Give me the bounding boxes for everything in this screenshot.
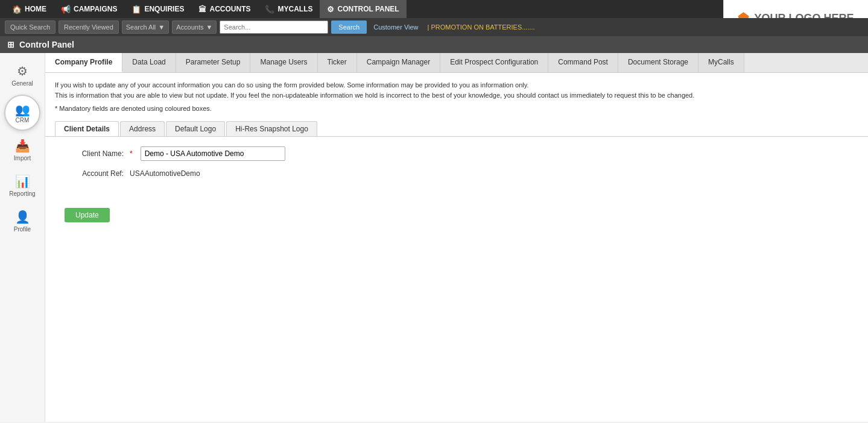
tab-campaign-manager[interactable]: Campaign Manager bbox=[357, 53, 440, 72]
campaigns-icon: 📢 bbox=[61, 5, 71, 14]
control-panel-icon: ⚙ bbox=[327, 5, 334, 14]
client-name-input[interactable] bbox=[141, 146, 285, 161]
update-button[interactable]: Update bbox=[65, 208, 110, 222]
nav-home[interactable]: 🏠 HOME bbox=[5, 0, 54, 18]
sub-tab-address[interactable]: Address bbox=[120, 121, 165, 136]
general-icon: ⚙ bbox=[17, 64, 28, 78]
tabs-bar: Company Profile Data Load Parameter Setu… bbox=[45, 53, 868, 73]
tab-company-profile[interactable]: Company Profile bbox=[45, 53, 122, 72]
sub-tab-hi-res-logo[interactable]: Hi-Res Snapshot Logo bbox=[226, 121, 317, 136]
accounts-icon: 🏛 bbox=[198, 5, 206, 14]
tab-document-storage[interactable]: Document Storage bbox=[618, 53, 699, 72]
main-container: ⚙ General 👥 CRM 📥 Import 📊 Reporting 👤 P… bbox=[0, 53, 868, 422]
quick-search-button[interactable]: Quick Search bbox=[5, 20, 55, 34]
nav-enquiries[interactable]: 📋 ENQUIRIES bbox=[124, 0, 191, 18]
sub-tab-client-details[interactable]: Client Details bbox=[55, 121, 119, 136]
account-ref-row: Account Ref: USAAutomotiveDemo bbox=[57, 169, 856, 178]
nav-mycalls[interactable]: 📞 MYCALLS bbox=[258, 0, 320, 18]
sidebar-label-profile: Profile bbox=[14, 226, 31, 233]
content-area: Company Profile Data Load Parameter Setu… bbox=[45, 53, 868, 422]
account-ref-label: Account Ref: bbox=[57, 169, 124, 178]
client-name-row: Client Name: * bbox=[57, 146, 856, 161]
search-all-dropdown[interactable]: Search All ▼ bbox=[122, 20, 169, 34]
info-line2: This is information that you are able to… bbox=[55, 90, 858, 101]
client-name-required: * bbox=[130, 149, 133, 158]
mandatory-note: * Mandatory fields are denoted using col… bbox=[45, 103, 868, 118]
form-area: Client Name: * Account Ref: USAAutomotiv… bbox=[45, 137, 868, 196]
client-name-label: Client Name: bbox=[57, 149, 124, 158]
search-bar: Quick Search Recently Viewed Search All … bbox=[0, 18, 868, 36]
crm-icon: 👥 bbox=[15, 102, 30, 117]
info-line1: If you wish to update any of your accoun… bbox=[55, 80, 858, 90]
sidebar: ⚙ General 👥 CRM 📥 Import 📊 Reporting 👤 P… bbox=[0, 53, 45, 422]
home-icon: 🏠 bbox=[12, 5, 22, 14]
ticker-text: | PROMOTION ON BATTERIES....... bbox=[428, 24, 535, 31]
sidebar-item-reporting[interactable]: 📊 Reporting bbox=[3, 169, 42, 202]
nav-campaigns[interactable]: 📢 CAMPAIGNS bbox=[54, 0, 124, 18]
sub-tab-default-logo[interactable]: Default Logo bbox=[166, 121, 225, 136]
customer-view-link[interactable]: Customer View bbox=[373, 24, 418, 31]
tab-command-post[interactable]: Command Post bbox=[548, 53, 618, 72]
tab-parameter-setup[interactable]: Parameter Setup bbox=[176, 53, 251, 72]
tab-edit-prospect-config[interactable]: Edit Prospect Configuration bbox=[440, 53, 548, 72]
account-ref-value: USAAutomotiveDemo bbox=[130, 169, 200, 178]
mycalls-icon: 📞 bbox=[265, 5, 274, 14]
page-header-icon: ⊞ bbox=[7, 40, 14, 49]
sidebar-label-import: Import bbox=[14, 155, 31, 161]
form-actions: Update bbox=[45, 196, 868, 240]
sidebar-label-crm: CRM bbox=[16, 117, 30, 124]
sidebar-item-crm[interactable]: 👥 CRM bbox=[4, 95, 40, 131]
import-icon: 📥 bbox=[15, 139, 30, 153]
recently-viewed-button[interactable]: Recently Viewed bbox=[59, 20, 119, 34]
tab-manage-users[interactable]: Manage Users bbox=[250, 53, 317, 72]
page-header: ⊞ Control Panel bbox=[0, 36, 868, 53]
nav-control-panel[interactable]: ⚙ CONTROL PANEL bbox=[320, 0, 406, 18]
sidebar-item-general[interactable]: ⚙ General bbox=[3, 59, 42, 92]
sidebar-label-reporting: Reporting bbox=[9, 190, 35, 197]
sub-tabs-bar: Client Details Address Default Logo Hi-R… bbox=[45, 118, 868, 137]
tab-data-load[interactable]: Data Load bbox=[122, 53, 176, 72]
tab-ticker[interactable]: Ticker bbox=[318, 53, 357, 72]
info-text: If you wish to update any of your accoun… bbox=[45, 73, 868, 103]
nav-accounts[interactable]: 🏛 ACCOUNTS bbox=[191, 0, 258, 18]
sidebar-label-general: General bbox=[11, 80, 33, 87]
search-input[interactable] bbox=[220, 20, 328, 34]
profile-icon: 👤 bbox=[15, 210, 30, 224]
page-title: Control Panel bbox=[19, 40, 74, 49]
accounts-dropdown[interactable]: Accounts ▼ bbox=[172, 20, 217, 34]
sidebar-item-import[interactable]: 📥 Import bbox=[3, 134, 42, 166]
sidebar-item-profile[interactable]: 👤 Profile bbox=[3, 205, 42, 237]
enquiries-icon: 📋 bbox=[131, 5, 141, 14]
search-go-button[interactable]: Search bbox=[331, 20, 367, 34]
reporting-icon: 📊 bbox=[15, 174, 30, 189]
tab-mycalls[interactable]: MyCalls bbox=[699, 53, 744, 72]
